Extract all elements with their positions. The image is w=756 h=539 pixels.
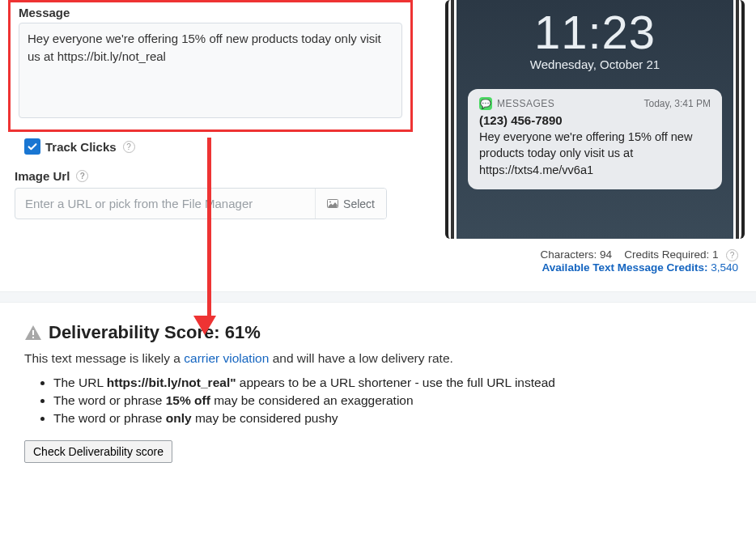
section-divider [0,291,756,303]
carrier-violation-link[interactable]: carrier violation [184,351,269,365]
help-icon[interactable]: ? [76,170,88,182]
svg-point-1 [329,202,331,203]
notification-from: (123) 456-7890 [479,113,711,127]
image-url-label: Image Url [15,169,70,183]
message-label: Message [19,6,402,23]
help-icon[interactable]: ? [726,249,738,261]
score-bullets: The URL https://bit.ly/not_real" appears… [53,376,732,426]
characters-value: 94 [600,248,612,261]
score-bullet: The URL https://bit.ly/not_real" appears… [53,376,732,390]
track-clicks-label: Track Clicks [45,140,117,154]
image-icon [327,199,338,208]
image-url-row: Select [15,188,387,219]
image-select-button[interactable]: Select [315,189,386,219]
track-clicks-checkbox[interactable] [24,138,40,155]
help-icon[interactable]: ? [123,141,135,153]
score-bullet: The word or phrase only may be considere… [53,411,732,426]
credits-required-value: 1 [712,248,719,261]
credits-row: Characters: 94 Credits Required: 1 ? Ava… [429,239,748,274]
notification-time: Today, 3:41 PM [644,98,711,109]
available-credits-label: Available Text Message Credits: [542,261,708,274]
score-percent: 61% [225,322,261,342]
message-panel: Message [8,0,413,132]
check-icon [27,141,38,152]
image-url-input[interactable] [15,189,315,219]
notification-body: Hey everyone we're offering 15% off new … [479,129,711,178]
warning-icon [24,325,42,341]
svg-rect-2 [32,330,34,335]
notification-card: 💬 MESSAGES Today, 3:41 PM (123) 456-7890… [468,89,722,189]
phone-preview: 11:23 Wednesday, October 21 💬 MESSAGES T… [445,0,745,239]
notification-app: MESSAGES [497,98,554,109]
messages-app-icon: 💬 [479,97,492,110]
select-button-label: Select [343,197,375,210]
deliverability-title: Deliverability Score: 61% [24,322,732,343]
svg-rect-3 [32,337,34,338]
check-deliverability-button[interactable]: Check Deliverability score [24,440,172,463]
score-subtext: This text message is likely a carrier vi… [24,351,732,366]
phone-time: 11:23 [457,0,733,59]
message-textarea[interactable] [19,23,402,118]
phone-date: Wednesday, October 21 [457,57,733,71]
score-bullet: The word or phrase 15% off may be consid… [53,393,732,408]
credits-required-label: Credits Required: [624,248,709,261]
available-credits-value: 3,540 [711,261,738,274]
characters-label: Characters: [541,248,597,261]
